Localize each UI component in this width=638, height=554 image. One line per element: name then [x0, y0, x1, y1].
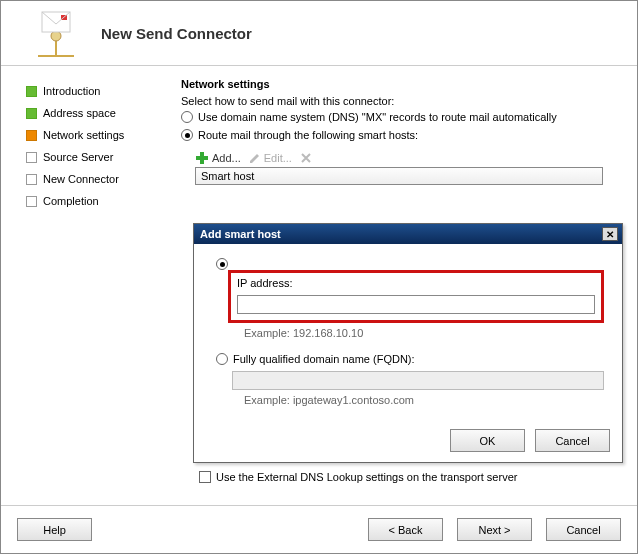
section-title: Network settings [181, 78, 619, 90]
close-icon: ✕ [606, 229, 614, 240]
edit-button: Edit... [249, 152, 292, 164]
wizard-window: New Send Connector Introduction Address … [0, 0, 638, 554]
sidebar-item-new-connector[interactable]: New Connector [26, 169, 163, 189]
radio-icon [181, 129, 193, 141]
back-button[interactable]: < Back [368, 518, 443, 541]
sidebar-item-label: Network settings [43, 129, 124, 141]
column-label: Smart host [201, 170, 254, 182]
radio-ip-address[interactable] [216, 258, 604, 270]
step-pending-icon [26, 152, 37, 163]
fqdn-label: Fully qualified domain name (FQDN): [233, 353, 415, 365]
step-done-icon [26, 86, 37, 97]
plus-icon [195, 151, 209, 165]
ip-address-input[interactable] [237, 295, 595, 314]
add-button[interactable]: Add... [195, 151, 241, 165]
smart-host-column-header[interactable]: Smart host [195, 167, 603, 185]
pencil-icon [249, 152, 261, 164]
section-subtext: Select how to send mail with this connec… [181, 95, 619, 107]
header: New Send Connector [1, 1, 637, 66]
sidebar-item-label: Completion [43, 195, 99, 207]
radio-dns-mx[interactable]: Use domain name system (DNS) "MX" record… [181, 111, 619, 123]
sidebar-item-address-space[interactable]: Address space [26, 103, 163, 123]
cancel-button[interactable]: Cancel [535, 429, 610, 452]
add-label: Add... [212, 152, 241, 164]
step-pending-icon [26, 196, 37, 207]
close-button[interactable]: ✕ [602, 227, 618, 241]
external-dns-checkbox-row[interactable]: Use the External DNS Lookup settings on … [199, 471, 517, 483]
sidebar-item-completion[interactable]: Completion [26, 191, 163, 211]
x-icon [300, 152, 312, 164]
radio-icon [216, 353, 228, 365]
page-title: New Send Connector [101, 25, 252, 42]
ip-example: Example: 192.168.10.10 [244, 327, 604, 339]
svg-rect-6 [196, 156, 208, 160]
fqdn-input [232, 371, 604, 390]
step-pending-icon [26, 174, 37, 185]
dialog-titlebar[interactable]: Add smart host ✕ [194, 224, 622, 244]
help-button[interactable]: Help [17, 518, 92, 541]
sidebar-item-label: Introduction [43, 85, 100, 97]
delete-button [300, 152, 312, 164]
radio-icon [181, 111, 193, 123]
sidebar-item-label: New Connector [43, 173, 119, 185]
dialog-title-text: Add smart host [200, 228, 281, 240]
ok-button[interactable]: OK [450, 429, 525, 452]
footer: Help < Back Next > Cancel [1, 505, 637, 553]
connector-icon [26, 6, 86, 61]
ip-label: IP address: [237, 277, 595, 289]
sidebar-item-source-server[interactable]: Source Server [26, 147, 163, 167]
ip-highlight-box: IP address: [228, 270, 604, 323]
step-current-icon [26, 130, 37, 141]
radio-smart-hosts[interactable]: Route mail through the following smart h… [181, 129, 619, 141]
next-button[interactable]: Next > [457, 518, 532, 541]
radio-icon [216, 258, 228, 270]
external-dns-label: Use the External DNS Lookup settings on … [216, 471, 517, 483]
sidebar-item-network-settings[interactable]: Network settings [26, 125, 163, 145]
checkbox-icon[interactable] [199, 471, 211, 483]
sidebar-item-label: Source Server [43, 151, 113, 163]
sidebar-item-introduction[interactable]: Introduction [26, 81, 163, 101]
edit-label: Edit... [264, 152, 292, 164]
radio-label: Route mail through the following smart h… [198, 129, 418, 141]
wizard-cancel-button[interactable]: Cancel [546, 518, 621, 541]
radio-fqdn[interactable]: Fully qualified domain name (FQDN): [216, 353, 604, 365]
smart-host-toolbar: Add... Edit... [181, 147, 619, 167]
sidebar: Introduction Address space Network setti… [1, 66, 171, 496]
step-done-icon [26, 108, 37, 119]
sidebar-item-label: Address space [43, 107, 116, 119]
radio-label: Use domain name system (DNS) "MX" record… [198, 111, 557, 123]
fqdn-example: Example: ipgateway1.contoso.com [244, 394, 604, 406]
add-smart-host-dialog: Add smart host ✕ IP address: Example: 19… [193, 223, 623, 463]
